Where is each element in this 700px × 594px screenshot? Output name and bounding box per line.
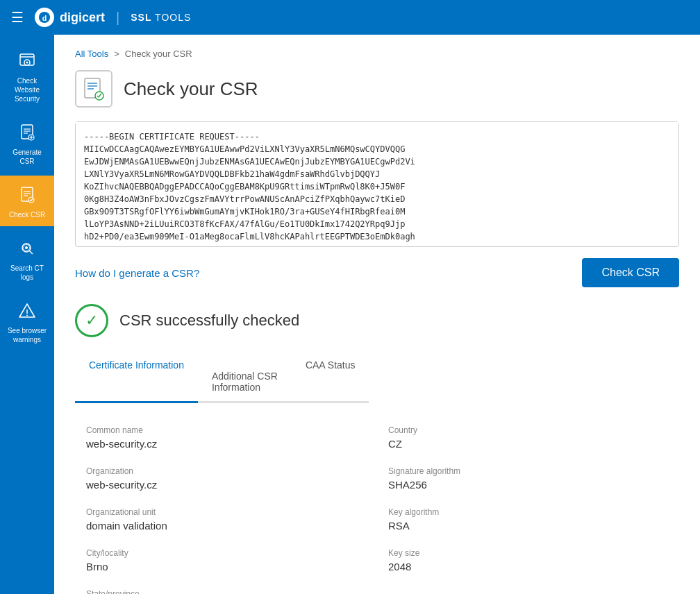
ssl-tools-label: SSL TOOLS xyxy=(131,12,191,23)
cert-field-city: City/locality Brno xyxy=(75,540,377,581)
svg-line-19 xyxy=(30,251,33,255)
cert-field-country: Country CZ xyxy=(377,417,679,458)
cert-field-state: State/province Brno xyxy=(75,581,377,594)
cert-value-signature-algorithm: SHA256 xyxy=(388,479,668,491)
cert-value-org-unit: domain validation xyxy=(86,520,366,532)
page-title-row: Check your CSR xyxy=(75,70,679,108)
cert-label-common-name: Common name xyxy=(86,425,366,435)
cert-value-city: Brno xyxy=(86,561,366,572)
checkmark-icon: ✓ xyxy=(85,312,98,330)
cert-field-signature-algorithm: Signature algorithm SHA256 xyxy=(377,458,679,499)
csr-input[interactable]: -----BEGIN CERTIFICATE REQUEST----- MIIC… xyxy=(76,122,678,244)
sidebar-item-generate-csr[interactable]: GenerateCSR xyxy=(0,113,54,173)
sidebar-item-generate-csr-label: GenerateCSR xyxy=(12,148,42,166)
cert-label-country: Country xyxy=(388,425,668,435)
cert-value-common-name: web-security.cz xyxy=(86,438,366,450)
cert-label-organization: Organization xyxy=(86,466,366,476)
logo: d digicert xyxy=(35,8,105,27)
generate-csr-icon xyxy=(15,120,40,145)
breadcrumb-all-tools[interactable]: All Tools xyxy=(75,49,108,59)
check-csr-button[interactable]: Check CSR xyxy=(582,258,679,287)
browser-warnings-icon xyxy=(15,298,40,323)
sidebar-item-check-website[interactable]: CheckWebsiteSecurity xyxy=(0,42,54,110)
cert-field-key-algorithm: Key algorithm RSA xyxy=(377,499,679,540)
action-row: How do I generate a CSR? Check CSR xyxy=(75,258,679,287)
sidebar-item-search-ct-label: Search CTlogs xyxy=(10,264,44,282)
tools-label: TOOLS xyxy=(155,12,191,23)
tabs: Certificate Information Additional CSRIn… xyxy=(75,351,679,403)
svg-text:d: d xyxy=(42,14,47,22)
certificate-info-grid: Common name web-security.cz Country CZ O… xyxy=(75,417,679,594)
ssl-label: SSL xyxy=(131,12,151,23)
success-icon: ✓ xyxy=(75,304,108,337)
sidebar-item-check-csr[interactable]: Check CSR xyxy=(0,176,54,226)
cert-label-org-unit: Organizational unit xyxy=(86,507,366,517)
cert-value-key-algorithm: RSA xyxy=(388,520,668,532)
tab-caa-status[interactable]: CAA Status xyxy=(292,351,369,403)
sidebar: CheckWebsiteSecurity GenerateCSR xyxy=(0,35,54,594)
breadcrumb: All Tools > Check your CSR xyxy=(75,49,679,59)
cert-field-key-size: Key size 2048 xyxy=(377,540,679,581)
cert-label-key-size: Key size xyxy=(388,548,668,558)
success-message: CSR successfully checked xyxy=(119,312,299,330)
tab-additional-csr[interactable]: Additional CSRInformation xyxy=(198,351,292,403)
cert-value-organization: web-security.cz xyxy=(86,479,366,491)
cert-label-state: State/province xyxy=(86,589,366,594)
header-divider: | xyxy=(116,10,119,26)
hamburger-menu-icon[interactable]: ☰ xyxy=(11,10,24,24)
cert-value-country: CZ xyxy=(388,438,668,450)
search-ct-icon xyxy=(15,236,40,261)
cert-field-organization: Organization web-security.cz xyxy=(75,458,377,499)
sidebar-item-browser-warnings-label: See browserwarnings xyxy=(8,326,47,344)
digicert-logo-icon: d xyxy=(35,8,54,27)
sidebar-item-browser-warnings[interactable]: See browserwarnings xyxy=(0,291,54,351)
page-title: Check your CSR xyxy=(124,78,258,100)
tab-certificate-info[interactable]: Certificate Information xyxy=(75,351,198,403)
cert-field-org-unit: Organizational unit domain validation xyxy=(75,499,377,540)
sidebar-item-check-website-label: CheckWebsiteSecurity xyxy=(15,76,40,103)
cert-label-key-algorithm: Key algorithm xyxy=(388,507,668,517)
breadcrumb-separator: > xyxy=(114,49,119,59)
sidebar-item-search-ct[interactable]: Search CTlogs xyxy=(0,229,54,289)
cert-label-signature-algorithm: Signature algorithm xyxy=(388,466,668,476)
cert-label-city: City/locality xyxy=(86,548,366,558)
sidebar-item-check-csr-label: Check CSR xyxy=(9,210,45,219)
cert-value-key-size: 2048 xyxy=(388,561,668,572)
how-to-generate-link[interactable]: How do I generate a CSR? xyxy=(75,267,199,279)
cert-field-common-name: Common name web-security.cz xyxy=(75,417,377,458)
check-csr-icon xyxy=(15,183,40,207)
success-banner: ✓ CSR successfully checked xyxy=(75,304,679,337)
check-website-icon xyxy=(15,49,40,74)
header: ☰ d digicert | SSL TOOLS xyxy=(0,0,700,35)
svg-point-5 xyxy=(26,62,28,64)
svg-point-20 xyxy=(25,246,28,249)
svg-point-24 xyxy=(26,315,28,316)
breadcrumb-current: Check your CSR xyxy=(125,49,192,59)
content-area: All Tools > Check your CSR Check your CS… xyxy=(54,35,700,594)
main-layout: CheckWebsiteSecurity GenerateCSR xyxy=(0,35,700,594)
page-title-icon xyxy=(75,70,112,108)
csr-input-wrapper: -----BEGIN CERTIFICATE REQUEST----- MIIC… xyxy=(75,121,679,247)
logo-text: digicert xyxy=(60,10,105,25)
